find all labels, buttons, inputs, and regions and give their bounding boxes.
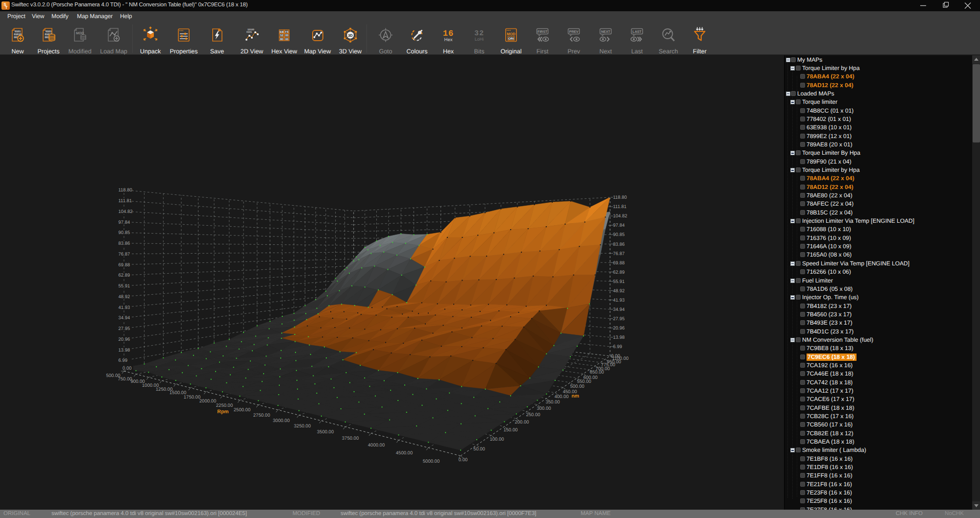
svg-text:3500.00: 3500.00 bbox=[317, 429, 334, 435]
svg-text:LoHi: LoHi bbox=[475, 37, 484, 42]
svg-text:55.91: 55.91 bbox=[613, 279, 625, 284]
svg-text:97.84: 97.84 bbox=[613, 223, 625, 228]
svg-text:LAST: LAST bbox=[633, 30, 642, 34]
svg-text:62.89: 62.89 bbox=[613, 270, 625, 275]
svg-text:83.86: 83.86 bbox=[613, 242, 625, 247]
svg-text:500.00: 500.00 bbox=[570, 384, 584, 389]
svg-text:0.00: 0.00 bbox=[459, 457, 468, 463]
svg-text:6.99: 6.99 bbox=[613, 344, 622, 350]
svg-text:48.92: 48.92 bbox=[119, 294, 130, 300]
svg-text:600.00: 600.00 bbox=[583, 375, 597, 380]
svg-text:62.89: 62.89 bbox=[119, 273, 130, 278]
svg-text:3000.00: 3000.00 bbox=[273, 418, 290, 424]
svg-text:34.94: 34.94 bbox=[613, 307, 625, 312]
svg-text:20.96: 20.96 bbox=[613, 326, 625, 331]
svg-text:NEXT: NEXT bbox=[601, 30, 611, 34]
svg-text:FIRST: FIRST bbox=[538, 30, 548, 34]
svg-text:52: 52 bbox=[280, 34, 283, 37]
svg-text:2250.00: 2250.00 bbox=[216, 403, 233, 408]
svg-text:80: 80 bbox=[280, 38, 283, 41]
svg-text:4500.00: 4500.00 bbox=[396, 450, 413, 456]
svg-text:0.00: 0.00 bbox=[122, 366, 132, 371]
svg-text:2500.00: 2500.00 bbox=[234, 407, 250, 413]
svg-text:83.86: 83.86 bbox=[119, 241, 130, 246]
svg-text:3250.00: 3250.00 bbox=[294, 424, 311, 429]
svg-text:27.95: 27.95 bbox=[119, 326, 130, 331]
svg-text:2000.00: 2000.00 bbox=[199, 399, 216, 404]
svg-text:6.99: 6.99 bbox=[119, 358, 128, 363]
svg-text:13.98: 13.98 bbox=[613, 335, 625, 340]
svg-text:100.00: 100.00 bbox=[490, 437, 504, 442]
svg-text:90.85: 90.85 bbox=[119, 230, 130, 235]
svg-text:Hex: Hex bbox=[444, 37, 453, 43]
svg-text:0101: 0101 bbox=[246, 31, 252, 34]
svg-text:50.00: 50.00 bbox=[473, 447, 485, 452]
svg-text:13.98: 13.98 bbox=[119, 348, 130, 353]
svg-text:5000.00: 5000.00 bbox=[423, 459, 440, 464]
svg-text:1750.00: 1750.00 bbox=[184, 395, 200, 400]
svg-text:111.81: 111.81 bbox=[119, 198, 132, 204]
svg-text:34.94: 34.94 bbox=[119, 315, 130, 321]
svg-text:300.00: 300.00 bbox=[537, 406, 551, 411]
svg-text:3750.00: 3750.00 bbox=[342, 436, 359, 441]
svg-text:118.80: 118.80 bbox=[613, 195, 627, 200]
svg-text:200.00: 200.00 bbox=[514, 420, 529, 425]
svg-text:118.80: 118.80 bbox=[119, 188, 132, 193]
svg-text:1100.00: 1100.00 bbox=[612, 356, 629, 361]
svg-text:20.96: 20.96 bbox=[119, 337, 130, 342]
svg-text:150.00: 150.00 bbox=[503, 427, 517, 433]
svg-text:400.00: 400.00 bbox=[554, 394, 568, 400]
svg-text:48.92: 48.92 bbox=[613, 288, 625, 294]
svg-text:55.91: 55.91 bbox=[119, 283, 130, 289]
svg-text:ORI: ORI bbox=[508, 37, 514, 41]
svg-text:PREV: PREV bbox=[569, 30, 578, 34]
svg-text:4000.00: 4000.00 bbox=[368, 443, 385, 448]
svg-text:41.93: 41.93 bbox=[119, 305, 130, 310]
svg-text:Rpm: Rpm bbox=[217, 409, 228, 415]
svg-text:111.81: 111.81 bbox=[613, 204, 627, 210]
svg-text:MOD: MOD bbox=[507, 32, 515, 36]
svg-text:41.93: 41.93 bbox=[613, 298, 625, 303]
svg-text:00: 00 bbox=[285, 34, 289, 37]
svg-text:2750.00: 2750.00 bbox=[253, 413, 270, 418]
svg-text:3D: 3D bbox=[348, 33, 353, 38]
svg-text:nm: nm bbox=[571, 393, 579, 399]
svg-text:00: 00 bbox=[285, 38, 289, 41]
svg-text:27.95: 27.95 bbox=[613, 316, 625, 322]
svg-text:750.00: 750.00 bbox=[118, 377, 132, 382]
svg-text:76.87: 76.87 bbox=[119, 252, 130, 257]
svg-text:69.88: 69.88 bbox=[613, 260, 625, 266]
svg-text:350.00: 350.00 bbox=[545, 400, 560, 405]
svg-text:EB: EB bbox=[280, 30, 284, 34]
svg-text:250.00: 250.00 bbox=[526, 412, 540, 418]
svg-text:104.82: 104.82 bbox=[613, 213, 627, 219]
svg-text:F6: F6 bbox=[285, 30, 289, 34]
svg-text:69.88: 69.88 bbox=[119, 262, 130, 268]
svg-text:76.87: 76.87 bbox=[613, 251, 625, 257]
svg-text:104.82: 104.82 bbox=[119, 209, 133, 214]
svg-text:T: T bbox=[5, 5, 8, 10]
svg-text:90.85: 90.85 bbox=[613, 232, 625, 237]
svg-text:97.84: 97.84 bbox=[119, 220, 130, 225]
